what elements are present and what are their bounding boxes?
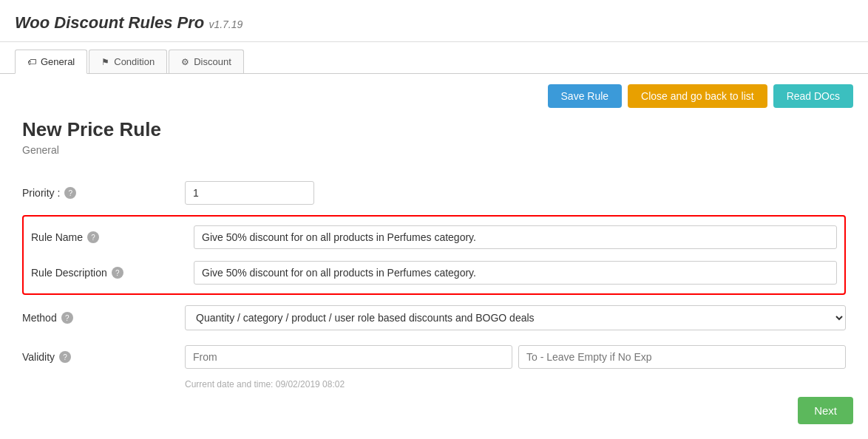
validity-label: Validity ? [22,351,185,363]
priority-input[interactable] [185,181,314,205]
method-row: Method ? Quantity / category / product /… [22,298,846,338]
next-button[interactable]: Next [798,397,853,424]
rule-name-label: Rule Name ? [31,231,194,243]
condition-tab-icon: ⚑ [101,57,109,67]
priority-input-wrapper [185,181,846,205]
method-select-wrapper: Quantity / category / product / user rol… [185,305,846,330]
rule-name-row: Rule Name ? [24,220,844,255]
close-back-button[interactable]: Close and go back to list [628,84,767,108]
rule-name-input[interactable] [194,225,837,249]
priority-row: Priority : ? [22,174,846,212]
highlight-box: Rule Name ? Rule Description ? [22,215,846,295]
validity-row: Validity ? [22,338,846,376]
save-rule-button[interactable]: Save Rule [548,84,623,108]
rule-description-input-wrapper [194,261,837,285]
rule-name-help-icon[interactable]: ? [87,231,99,243]
rule-name-input-wrapper [194,225,837,249]
rule-subtitle: General [22,144,846,156]
page-title: Woo Discount Rules Pro v1.7.19 [15,13,243,32]
discount-tab-icon: ⚙ [181,57,189,67]
validity-from-input[interactable] [185,345,512,369]
tab-condition[interactable]: ⚑ Condition [89,50,167,73]
page-header: Woo Discount Rules Pro v1.7.19 [0,0,868,42]
datetime-note: Current date and time: 09/02/2019 08:02 [185,379,846,389]
priority-label: Priority : ? [22,187,185,199]
validity-help-icon[interactable]: ? [59,351,71,363]
tab-general[interactable]: 🏷 General [15,50,87,74]
tab-discount[interactable]: ⚙ Discount [169,50,244,73]
toolbar: Save Rule Close and go back to list Read… [0,74,868,118]
method-help-icon[interactable]: ? [61,312,73,324]
priority-help-icon[interactable]: ? [64,187,76,199]
page-wrapper: Woo Discount Rules Pro v1.7.19 🏷 General… [0,0,868,439]
method-label: Method ? [22,312,185,324]
rule-description-row: Rule Description ? [24,255,844,290]
read-docs-button[interactable]: Read DOcs [773,84,853,108]
tabs-bar: 🏷 General ⚑ Condition ⚙ Discount [0,42,868,74]
rule-description-input[interactable] [194,261,837,285]
validity-inputs [185,345,846,369]
method-select[interactable]: Quantity / category / product / user rol… [185,305,846,330]
form-section: Priority : ? Rule Name ? [22,174,846,389]
rule-description-help-icon[interactable]: ? [112,267,123,279]
validity-inputs-wrapper [185,345,846,369]
content-area: New Price Rule General Priority : ? Rule… [0,118,868,412]
rule-description-label: Rule Description ? [31,267,194,279]
validity-to-input[interactable] [518,345,846,369]
next-button-wrapper: Next [798,397,853,424]
general-tab-icon: 🏷 [27,57,36,67]
rule-title: New Price Rule [22,118,846,141]
